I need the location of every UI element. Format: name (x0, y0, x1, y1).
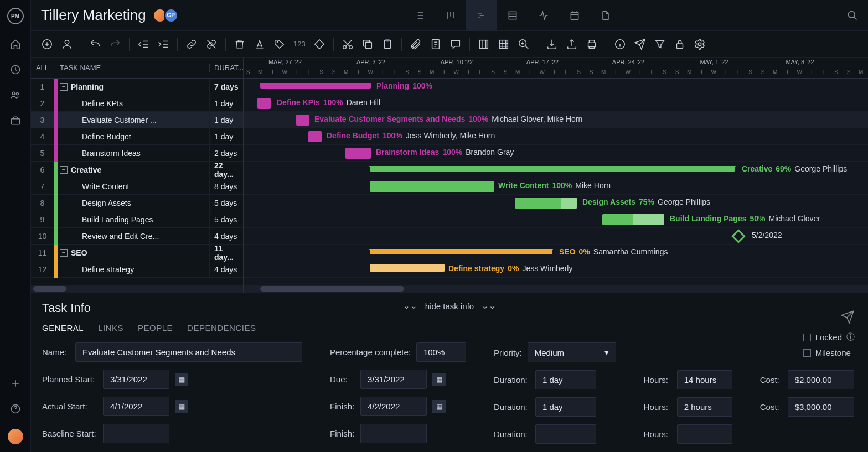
gantt-scrollbar[interactable] (244, 285, 868, 293)
input-name[interactable] (75, 342, 302, 362)
task-bar[interactable] (308, 131, 322, 142)
task-row[interactable]: 7Write Content8 days (31, 178, 243, 195)
home-icon[interactable] (10, 39, 21, 50)
task-row[interactable]: 10Review and Edit Cre...4 days (31, 228, 243, 245)
calendar-icon[interactable]: ▦ (175, 373, 188, 386)
gantt-row[interactable]: 5/2/2022 (244, 228, 868, 245)
add-icon[interactable] (41, 38, 53, 50)
task-row[interactable]: 11−SEO11 day... (31, 245, 243, 261)
grid-header-duration[interactable]: DURAT... (210, 64, 243, 72)
briefcase-icon[interactable] (10, 115, 21, 126)
member-avatars[interactable]: GP (156, 8, 178, 23)
calendar-icon[interactable]: ▦ (175, 400, 188, 413)
send-icon[interactable] (634, 38, 646, 50)
milestone-marker[interactable] (731, 229, 745, 243)
task-row[interactable]: 2Define KPIs1 day (31, 95, 243, 112)
gantt-row[interactable]: Creative69%George Phillips (244, 162, 868, 178)
indent-icon[interactable] (157, 38, 169, 50)
task-bar[interactable] (370, 264, 445, 272)
task-bar[interactable] (296, 115, 309, 126)
task-row[interactable]: 5Brainstorm Ideas2 days (31, 145, 243, 162)
gantt-row[interactable]: Planning100% (244, 79, 868, 95)
task-bar[interactable] (370, 181, 494, 192)
input-baseline-finish[interactable] (360, 424, 427, 443)
undo-icon[interactable] (89, 38, 101, 50)
tab-links[interactable]: LINKS (98, 323, 123, 332)
calendar-icon[interactable]: ▦ (432, 400, 446, 413)
columns-icon[interactable] (478, 38, 490, 50)
tag-icon[interactable] (273, 38, 286, 50)
info-icon[interactable] (614, 38, 626, 50)
cut-icon[interactable] (342, 38, 354, 50)
text-style-icon[interactable] (254, 38, 266, 50)
user-avatar[interactable] (8, 429, 23, 444)
task-bar[interactable] (257, 98, 271, 109)
gantt-row[interactable]: Write Content100%Mike Horn (244, 178, 868, 195)
tab-general[interactable]: GENERAL (42, 323, 84, 332)
task-row[interactable]: 1−Planning7 days (31, 79, 243, 95)
view-calendar-icon[interactable] (559, 0, 590, 31)
people-icon[interactable] (10, 90, 21, 101)
input-finish[interactable] (360, 397, 427, 416)
note-icon[interactable] (430, 38, 442, 50)
attach-icon[interactable] (410, 38, 422, 50)
input-planned-start[interactable] (103, 370, 169, 389)
input-actual-start[interactable] (103, 397, 169, 416)
lock-icon[interactable] (674, 38, 686, 50)
delete-icon[interactable] (234, 38, 246, 50)
copy-icon[interactable] (361, 38, 374, 50)
print-icon[interactable] (586, 38, 598, 50)
view-board-icon[interactable] (435, 0, 466, 31)
gantt-row[interactable]: Define KPIs100%Daren Hill (244, 95, 868, 112)
gantt-row[interactable]: Define Budget100%Jess Wimberly, Mike Hor… (244, 128, 868, 145)
input-due[interactable] (360, 370, 427, 389)
send-task-icon[interactable] (840, 310, 855, 324)
avatar-2[interactable]: GP (164, 8, 178, 23)
hide-task-info[interactable]: ⌄⌄ hide task info ⌄⌄ (403, 301, 496, 311)
comment-icon[interactable] (450, 38, 462, 50)
help-icon[interactable] (10, 403, 21, 414)
grid-header-all[interactable]: ALL (31, 64, 54, 72)
summary-bar[interactable] (370, 249, 552, 254)
paste-icon[interactable] (381, 38, 394, 50)
unlink-icon[interactable] (205, 38, 218, 50)
outdent-icon[interactable] (137, 38, 149, 50)
export-icon[interactable] (566, 38, 578, 50)
summary-bar[interactable] (260, 83, 371, 89)
gantt-row[interactable]: Evaluate Customer Segments and Needs100%… (244, 112, 868, 128)
gantt-row[interactable]: Design Assets75%George Phillips (244, 195, 868, 211)
checkbox-milestone[interactable]: Milestone (803, 348, 855, 357)
task-bar[interactable] (345, 148, 371, 159)
grid-icon[interactable] (498, 38, 510, 50)
collapse-icon[interactable]: − (60, 166, 68, 174)
input-duration-3[interactable] (535, 424, 596, 444)
gantt-row[interactable]: Build Landing Pages50%Michael Glover (244, 211, 868, 228)
search-icon[interactable] (847, 10, 858, 21)
gantt-row[interactable]: Define strategy0%Jess Wimberly (244, 261, 868, 278)
plus-icon[interactable] (10, 378, 21, 389)
grid-header-name[interactable]: TASK NAME (54, 64, 210, 72)
view-sheet-icon[interactable] (497, 0, 528, 31)
link-icon[interactable] (185, 38, 198, 50)
view-gantt-icon[interactable] (466, 0, 497, 31)
task-row[interactable]: 4Define Budget1 day (31, 128, 243, 145)
gantt-row[interactable]: SEO0%Samantha Cummings (244, 245, 868, 261)
collapse-icon[interactable]: − (60, 249, 68, 257)
input-hours-2[interactable] (677, 397, 732, 417)
view-file-icon[interactable] (590, 0, 621, 31)
task-row[interactable]: 6−Creative22 day... (31, 162, 243, 178)
calendar-icon[interactable]: ▦ (432, 373, 446, 386)
task-bar[interactable] (515, 198, 577, 209)
view-activity-icon[interactable] (528, 0, 559, 31)
collapse-icon[interactable]: − (60, 83, 68, 91)
app-logo[interactable]: PM (7, 8, 24, 24)
tab-dependencies[interactable]: DEPENDENCIES (187, 323, 256, 332)
task-bar[interactable] (602, 214, 664, 225)
input-baseline-start[interactable] (103, 424, 169, 443)
task-row[interactable]: 9Build Landing Pages5 days (31, 211, 243, 228)
grid-scrollbar[interactable] (31, 285, 243, 293)
checkbox-locked[interactable]: Lockedⓘ (803, 332, 855, 342)
task-row[interactable]: 3Evaluate Customer ...1 day (31, 112, 243, 128)
input-hours-1[interactable] (677, 370, 732, 389)
assign-icon[interactable] (61, 38, 73, 50)
